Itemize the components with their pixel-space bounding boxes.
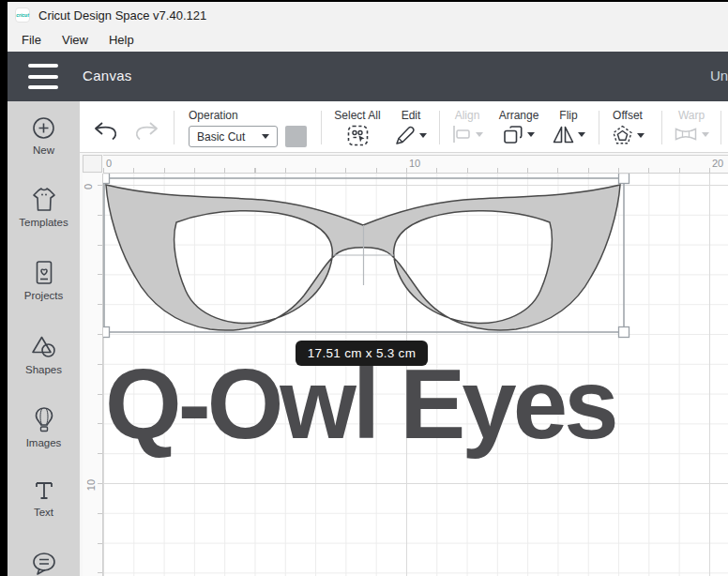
undo-button[interactable]	[93, 122, 119, 144]
menu-file[interactable]: File	[22, 33, 41, 47]
pencil-icon	[395, 125, 416, 145]
selection-handle-bottom-left[interactable]	[103, 327, 110, 338]
chevron-down-icon	[702, 132, 709, 137]
chevron-down-icon	[419, 133, 427, 138]
undo-icon	[93, 122, 119, 141]
sidebar-item-label: Text	[34, 507, 53, 518]
hamburger-menu-icon[interactable]	[28, 64, 58, 89]
speech-bubble-icon	[30, 551, 58, 576]
edit-button[interactable]: Edit	[392, 109, 430, 145]
ruler-corner	[83, 155, 102, 173]
sidebar-item-text[interactable]: Text	[8, 479, 80, 518]
shapes-icon	[31, 335, 57, 359]
sidebar-item-label: Projects	[24, 290, 64, 301]
sidebar: New Templates Projects Shapes Images	[8, 101, 80, 576]
app-header: Canvas Un	[8, 52, 728, 101]
warp-button[interactable]: Warp	[668, 109, 715, 144]
sidebar-item-templates[interactable]: Templates	[8, 187, 80, 228]
flip-mirror-icon	[553, 125, 574, 144]
chevron-down-icon	[476, 132, 483, 137]
cricut-logo-icon: cricut	[15, 8, 30, 23]
window-left-border	[0, 0, 8, 576]
chevron-down-icon	[262, 134, 269, 139]
project-card-icon	[33, 260, 55, 285]
operation-dropdown[interactable]: Basic Cut	[189, 126, 278, 147]
offset-button[interactable]: Offset	[605, 109, 650, 145]
text-t-icon	[33, 479, 55, 502]
project-name[interactable]: Un	[710, 68, 728, 83]
sidebar-item-label: Images	[26, 437, 62, 448]
window-title: Cricut Design Space v7.40.121	[38, 8, 206, 23]
menu-view[interactable]: View	[62, 33, 88, 47]
ruler-label: 0	[83, 184, 94, 189]
sidebar-item-shapes[interactable]: Shapes	[8, 335, 80, 375]
horizontal-ruler: 0 10 20	[103, 155, 728, 174]
operation-label: Operation	[189, 109, 238, 122]
tshirt-icon	[30, 187, 58, 212]
toolbar-divider	[174, 111, 174, 144]
flip-button[interactable]: Flip	[546, 109, 591, 144]
ruler-ticks	[103, 168, 728, 173]
redo-icon	[133, 122, 159, 141]
design-canvas[interactable]: 17.51 cm x 5.3 cm Q-Owl Eyes	[103, 174, 728, 576]
toolbar-divider	[599, 111, 599, 144]
workspace: 0 10 20 0 10 17.51 cm x 5.3 cm Q-Owl Eye…	[80, 153, 728, 576]
chevron-down-icon	[527, 132, 535, 137]
select-all-button[interactable]: Select All	[331, 109, 384, 146]
chevron-down-icon	[637, 133, 645, 138]
warp-mesh-icon	[674, 125, 698, 144]
menu-bar: File View Help	[8, 28, 728, 52]
toolbar-divider	[720, 111, 721, 144]
sidebar-item-label: New	[33, 144, 54, 156]
canvas-text-object[interactable]: Q-Owl Eyes	[105, 355, 615, 453]
page-title: Canvas	[83, 68, 132, 83]
arrange-button[interactable]: Arrange	[493, 109, 545, 144]
vertical-ruler: 0 10	[83, 174, 103, 576]
select-all-icon	[347, 125, 369, 146]
sidebar-item-phrases[interactable]	[8, 551, 80, 576]
toolbar-divider	[439, 111, 440, 144]
ruler-ticks	[98, 185, 102, 576]
sidebar-item-projects[interactable]: Projects	[8, 260, 80, 301]
chevron-down-icon	[578, 132, 585, 137]
color-swatch[interactable]	[285, 126, 307, 147]
toolbar-divider	[321, 111, 322, 144]
redo-button[interactable]	[133, 122, 159, 144]
operation-value: Basic Cut	[197, 130, 262, 144]
menu-help[interactable]: Help	[109, 33, 134, 47]
window-top-border	[0, 0, 728, 2]
toolbar: Operation Basic Cut Select All Edit Alig…	[80, 101, 728, 153]
balloon-icon	[34, 406, 54, 432]
sidebar-item-new[interactable]: New	[8, 116, 80, 156]
arrange-layers-icon	[503, 125, 523, 144]
selection-handle-top-left[interactable]	[103, 174, 110, 184]
sidebar-item-label: Shapes	[25, 364, 62, 375]
selection-handle-top-right[interactable]	[619, 174, 629, 184]
title-bar: cricut Cricut Design Space v7.40.121	[8, 2, 728, 28]
toolbar-divider	[661, 111, 662, 144]
offset-pentagon-icon	[612, 125, 633, 145]
ruler-label: 10	[85, 479, 97, 491]
align-icon	[451, 125, 472, 144]
sidebar-item-label: Templates	[19, 217, 68, 228]
align-button[interactable]: Align	[445, 109, 490, 144]
sidebar-item-images[interactable]: Images	[8, 406, 80, 448]
selection-handle-bottom-right[interactable]	[619, 327, 629, 338]
new-plus-icon	[32, 116, 55, 140]
